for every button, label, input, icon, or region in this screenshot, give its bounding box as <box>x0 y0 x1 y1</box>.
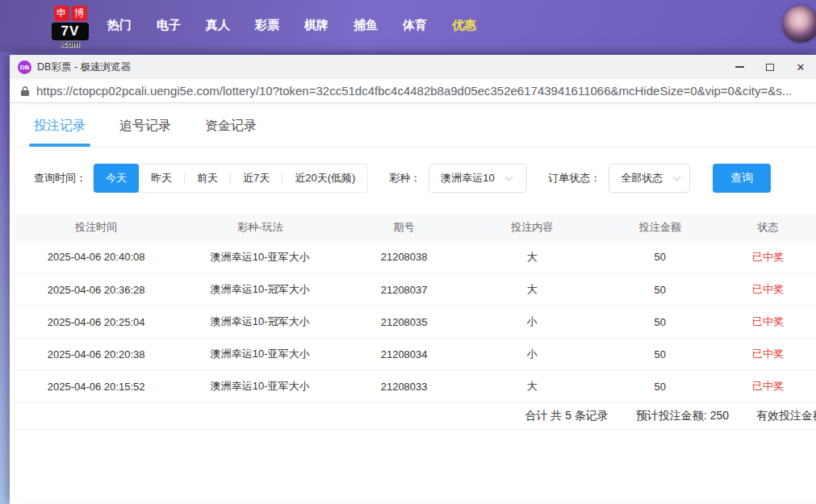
order-status-select-value: 全部状态 <box>621 171 663 185</box>
col-bet-time: 投注时间 <box>16 214 176 241</box>
cell-game-play: 澳洲幸运10-亚军大小 <box>176 241 344 273</box>
cell-bet-content: 大 <box>464 370 600 402</box>
logo-domain: .com <box>52 40 89 48</box>
browser-window: DB DB彩票 - 极速浏览器 ✕ https://ctopcp02pcali.… <box>10 55 816 504</box>
nav-item-chess[interactable]: 棋牌 <box>304 18 328 33</box>
cell-bet-amount: 50 <box>600 241 720 273</box>
cell-bet-time: 2025-04-06 20:40:08 <box>16 241 176 273</box>
window-controls: ✕ <box>724 55 816 79</box>
cell-game-play: 澳洲幸运10-冠军大小 <box>176 273 344 306</box>
summary-valid-amount: 有效投注金额 <box>756 409 816 423</box>
table-row: 2025-04-06 20:15:52 澳洲幸运10-亚军大小 21208033… <box>16 370 816 402</box>
logo-badge-bo: 博 <box>72 6 87 21</box>
cell-issue: 21208034 <box>344 338 464 370</box>
logo-badges: 申 博 <box>52 6 89 21</box>
cell-bet-content: 大 <box>464 241 600 273</box>
tab-bet-records[interactable]: 投注记录 <box>34 118 86 147</box>
time-option-today[interactable]: 今天 <box>94 164 139 193</box>
order-status-filter-label: 订单状态： <box>548 171 600 185</box>
lottery-select[interactable]: 澳洲幸运10 <box>429 164 527 193</box>
db-app-icon: DB <box>18 60 31 74</box>
lottery-filter-label: 彩种： <box>389 171 421 185</box>
close-button[interactable]: ✕ <box>785 55 816 79</box>
cell-bet-amount: 50 <box>600 370 720 402</box>
nav-item-sports[interactable]: 体育 <box>403 18 427 33</box>
cell-bet-amount: 50 <box>600 273 720 306</box>
summary-row: 合计 共 5 条记录 预计投注金额: 250 有效投注金额 <box>16 403 816 430</box>
cell-game-play: 澳洲幸运10-冠军大小 <box>176 306 344 338</box>
site-nav-bar: 申 博 7V .com 热门 电子 真人 彩票 棋牌 捕鱼 体育 优惠 <box>0 0 816 52</box>
nav-item-hot[interactable]: 热门 <box>107 18 132 33</box>
lottery-select-value: 澳洲幸运10 <box>441 171 494 185</box>
col-issue: 期号 <box>344 214 464 241</box>
cell-game-play: 澳洲幸运10-亚军大小 <box>176 338 344 370</box>
cell-issue: 21208038 <box>344 241 464 273</box>
url-text: https://ctopcp02pcali.uengi5e.com/lotter… <box>36 84 792 98</box>
time-option-day-before[interactable]: 前天 <box>185 164 230 193</box>
order-status-select[interactable]: 全部状态 <box>609 164 690 193</box>
records-card: 投注记录 追号记录 资金记录 查询时间： 今天 昨天 前天 近7天 近20天(低… <box>16 106 816 501</box>
site-logo[interactable]: 申 博 7V .com <box>52 6 89 48</box>
table-row: 2025-04-06 20:40:08 澳洲幸运10-亚军大小 21208038… <box>16 241 816 273</box>
cell-status: 已中奖 <box>720 273 816 306</box>
nav-item-slots[interactable]: 电子 <box>157 18 181 33</box>
cell-game-play: 澳洲幸运10-亚军大小 <box>176 370 344 402</box>
window-titlebar: DB DB彩票 - 极速浏览器 ✕ <box>10 55 816 79</box>
table-header-row: 投注时间 彩种-玩法 期号 投注内容 投注金额 状态 <box>16 214 816 241</box>
cell-issue: 21208035 <box>344 306 464 338</box>
cell-bet-time: 2025-04-06 20:36:28 <box>16 273 176 306</box>
cell-bet-content: 小 <box>464 338 600 370</box>
logo-badge-shen: 申 <box>54 6 69 21</box>
nav-menu: 热门 电子 真人 彩票 棋牌 捕鱼 体育 优惠 <box>107 0 476 50</box>
close-icon: ✕ <box>797 61 806 73</box>
logo-brand: 7V <box>52 23 89 40</box>
table-row: 2025-04-06 20:25:04 澳洲幸运10-冠军大小 21208035… <box>16 306 816 338</box>
col-status: 状态 <box>720 214 816 241</box>
cell-bet-time: 2025-04-06 20:15:52 <box>16 370 176 402</box>
cell-status: 已中奖 <box>720 306 816 338</box>
table-row: 2025-04-06 20:36:28 澳洲幸运10-冠军大小 21208037… <box>16 273 816 306</box>
cell-status: 已中奖 <box>720 241 816 273</box>
minimize-icon <box>735 66 744 68</box>
nav-item-lottery[interactable]: 彩票 <box>255 18 279 33</box>
tab-chase-records[interactable]: 追号记录 <box>119 118 171 147</box>
summary-expected-amount: 预计投注金额: 250 <box>636 409 729 423</box>
cell-bet-content: 大 <box>464 273 600 306</box>
nav-item-promotions[interactable]: 优惠 <box>452 18 476 33</box>
time-option-yesterday[interactable]: 昨天 <box>139 164 184 193</box>
cell-bet-amount: 50 <box>600 306 720 338</box>
cell-status: 已中奖 <box>720 338 816 370</box>
summary-total-records: 合计 共 5 条记录 <box>525 409 608 423</box>
time-filter-label: 查询时间： <box>34 171 86 185</box>
col-bet-amount: 投注金额 <box>600 214 720 241</box>
time-option-last-7-days[interactable]: 近7天 <box>231 164 282 193</box>
cell-bet-time: 2025-04-06 20:20:38 <box>16 338 176 370</box>
col-bet-content: 投注内容 <box>464 214 600 241</box>
cell-issue: 21208037 <box>344 273 464 306</box>
tab-fund-records[interactable]: 资金记录 <box>205 118 257 147</box>
nav-item-live[interactable]: 真人 <box>206 18 230 33</box>
record-tabs: 投注记录 追号记录 资金记录 <box>16 106 816 148</box>
maximize-button[interactable] <box>755 55 785 79</box>
bets-table: 投注时间 彩种-玩法 期号 投注内容 投注金额 状态 2025-04-06 20… <box>16 214 816 403</box>
time-option-last-20-days[interactable]: 近20天(低频) <box>282 164 367 193</box>
cell-bet-content: 小 <box>464 306 600 338</box>
filter-bar: 查询时间： 今天 昨天 前天 近7天 近20天(低频) 彩种： 澳洲幸运10 订… <box>16 148 816 207</box>
window-title: DB彩票 - 极速浏览器 <box>37 60 131 74</box>
address-bar[interactable]: https://ctopcp02pcali.uengi5e.com/lotter… <box>10 79 816 103</box>
col-game-play: 彩种-玩法 <box>176 214 344 241</box>
cell-issue: 21208033 <box>344 370 464 402</box>
cell-bet-time: 2025-04-06 20:25:04 <box>16 306 176 338</box>
user-avatar[interactable] <box>782 6 816 43</box>
chevron-down-icon <box>504 173 513 181</box>
cell-status: 已中奖 <box>720 370 816 402</box>
nav-item-fishing[interactable]: 捕鱼 <box>354 18 378 33</box>
time-filter-group: 今天 昨天 前天 近7天 近20天(低频) <box>93 164 368 193</box>
lock-icon <box>20 85 30 97</box>
maximize-icon <box>766 64 774 71</box>
chevron-down-icon <box>673 173 681 181</box>
query-button[interactable]: 查询 <box>713 164 771 193</box>
table-row: 2025-04-06 20:20:38 澳洲幸运10-亚军大小 21208034… <box>16 338 816 370</box>
cell-bet-amount: 50 <box>600 338 720 370</box>
minimize-button[interactable] <box>724 55 755 79</box>
